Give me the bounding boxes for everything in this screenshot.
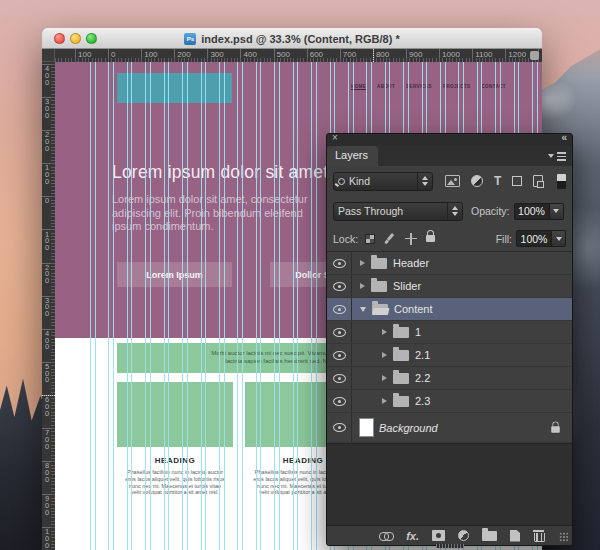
layer-name[interactable]: Content	[394, 303, 433, 315]
vertical-ruler[interactable]: 4 0 03 0 02 0 01 0 001 0 02 0 03 0 04 0 …	[42, 62, 55, 550]
expand-triangle-icon[interactable]	[360, 283, 365, 289]
layer-row-content[interactable]: Content	[327, 298, 572, 321]
expand-triangle-icon[interactable]	[360, 260, 365, 266]
lock-position-icon[interactable]	[405, 233, 417, 245]
eye-icon[interactable]	[333, 328, 346, 337]
ruler-v-label[interactable]: 5 0 0	[45, 364, 49, 384]
ruler-h-label[interactable]: 900	[409, 50, 422, 59]
new-layer-icon[interactable]	[510, 530, 520, 542]
ruler-v-label[interactable]: 9 0 0	[45, 496, 49, 516]
horizontal-ruler[interactable]: 1000100200300400500600700800900100011001…	[55, 49, 542, 62]
panel-bottom-resize-ridge[interactable]	[436, 544, 464, 548]
lock-image-pixels-icon[interactable]	[384, 233, 396, 245]
ruler-v-label[interactable]: 7 0 0	[45, 430, 49, 450]
folder-icon[interactable]	[393, 373, 409, 384]
ruler-v-label[interactable]: 3 0 0	[45, 298, 49, 318]
ruler-h-label[interactable]: 1000	[442, 50, 460, 59]
delete-layer-icon[interactable]	[533, 529, 544, 542]
design-card[interactable]: HEADINGPhasellus facilisis nunc in lacin…	[117, 456, 233, 496]
guide-line[interactable]	[127, 62, 128, 550]
guide-line[interactable]	[316, 62, 317, 550]
guide-line[interactable]	[145, 62, 146, 550]
ruler-h-label[interactable]: 700	[343, 50, 356, 59]
ruler-h-label[interactable]: 100	[144, 50, 157, 59]
layer-row-content[interactable]: Slider	[352, 280, 572, 292]
folder-icon[interactable]	[393, 396, 409, 407]
guide-line[interactable]	[205, 62, 206, 550]
eye-icon[interactable]	[333, 305, 346, 314]
guide-line[interactable]	[187, 62, 188, 550]
filtering-toggle-icon[interactable]	[557, 174, 566, 189]
guide-line[interactable]	[150, 62, 151, 550]
layer-thumbnail[interactable]	[360, 419, 373, 436]
filter-adjustment-layers-icon[interactable]	[471, 175, 483, 187]
layer-row-background[interactable]: Background	[327, 413, 572, 443]
panel-resize-grip[interactable]	[559, 532, 569, 542]
guide-line[interactable]	[182, 62, 183, 550]
layer-name[interactable]: 2.1	[415, 349, 430, 361]
blend-mode-dropdown[interactable]: Pass Through	[333, 202, 463, 221]
design-nav-item[interactable]: PROJECTS	[443, 84, 470, 89]
ruler-v-label[interactable]: 4 0 0	[45, 331, 49, 351]
eye-icon[interactable]	[333, 423, 346, 432]
guide-line[interactable]	[279, 62, 280, 550]
design-card-body[interactable]: Phasellus facilisis nunc in lacinia auct…	[117, 469, 233, 496]
layer-name[interactable]: 2.2	[415, 372, 430, 384]
ruler-h-label[interactable]: 600	[310, 50, 323, 59]
guide-line[interactable]	[260, 62, 261, 550]
ruler-v-label[interactable]: 8 0 0	[45, 463, 49, 483]
guide-line[interactable]	[219, 62, 220, 550]
fill-value[interactable]: 100%	[516, 230, 552, 247]
layer-row-content[interactable]: 2.1	[352, 349, 572, 361]
guide-line[interactable]	[113, 62, 114, 550]
layer-name[interactable]: 2.3	[415, 395, 430, 407]
folder-icon[interactable]	[393, 350, 409, 361]
layer-row-content[interactable]: Content	[352, 303, 572, 315]
layer-row-2-1[interactable]: 2.1	[327, 344, 572, 367]
scrollbar-nub[interactable]	[530, 51, 539, 60]
eye-icon[interactable]	[333, 351, 346, 360]
filter-shape-layers-icon[interactable]	[512, 176, 522, 186]
window-titlebar[interactable]: Ps index.psd @ 33.3% (Content, RGB/8) *	[42, 28, 542, 49]
guide-line[interactable]	[311, 62, 312, 550]
lock-all-icon[interactable]	[426, 235, 435, 242]
ruler-v-label[interactable]: 3 0 0	[45, 99, 49, 119]
visibility-toggle[interactable]	[327, 344, 352, 366]
expand-triangle-icon[interactable]	[382, 352, 387, 358]
layer-row-2-2[interactable]: 2.2	[327, 367, 572, 390]
ruler-v-label[interactable]: 2 0 0	[45, 132, 49, 152]
fill-dropdown-icon[interactable]	[552, 230, 566, 247]
design-card-heading[interactable]: HEADING	[117, 456, 233, 465]
layer-row-header[interactable]: Header	[327, 252, 572, 275]
link-layers-icon[interactable]	[379, 532, 393, 540]
panel-menu-icon[interactable]	[548, 151, 566, 161]
visibility-toggle[interactable]	[327, 298, 352, 320]
layer-name[interactable]: Background	[379, 422, 438, 434]
layer-row-content[interactable]: 2.2	[352, 372, 572, 384]
visibility-toggle[interactable]	[327, 321, 352, 343]
new-adjustment-layer-icon[interactable]	[458, 530, 469, 541]
ruler-h-label[interactable]: 0	[111, 50, 115, 59]
guide-line[interactable]	[90, 62, 91, 550]
guide-line[interactable]	[274, 62, 275, 550]
guide-line[interactable]	[108, 62, 109, 550]
eye-icon[interactable]	[333, 374, 346, 383]
expand-triangle-icon[interactable]	[382, 329, 387, 335]
design-nav-item[interactable]: CONTACT	[481, 84, 505, 89]
add-layer-mask-icon[interactable]	[432, 530, 445, 541]
panel-close-icon[interactable]: ×	[332, 132, 338, 144]
layer-name[interactable]: 1	[415, 326, 421, 338]
visibility-toggle[interactable]	[327, 390, 352, 412]
ruler-h-label[interactable]: 800	[376, 50, 389, 59]
expand-triangle-icon[interactable]	[382, 398, 387, 404]
ruler-h-label[interactable]: 300	[210, 50, 223, 59]
expand-triangle-icon[interactable]	[382, 375, 387, 381]
ruler-h-label[interactable]: 1100	[475, 50, 492, 59]
guide-line[interactable]	[256, 62, 257, 550]
opacity-value[interactable]: 100%	[514, 203, 550, 220]
design-nav-item[interactable]: ABOUT	[377, 84, 395, 89]
layer-row-content[interactable]: Background	[352, 419, 572, 436]
opacity-dropdown-icon[interactable]	[550, 203, 564, 220]
ruler-h-label[interactable]: 1200	[508, 50, 526, 59]
new-group-icon[interactable]	[482, 531, 497, 541]
